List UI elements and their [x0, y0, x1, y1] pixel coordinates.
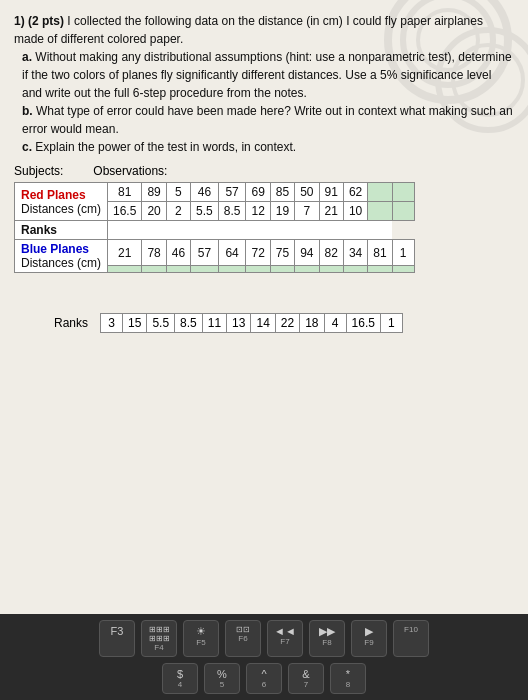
brank-9: 18: [300, 314, 324, 333]
bempty-7: [270, 266, 294, 273]
subjects-label: Subjects:: [14, 164, 63, 178]
bempty-4: [191, 266, 219, 273]
bottom-ranks-label: Ranks: [54, 316, 88, 330]
red-val-3: 5: [166, 183, 190, 202]
bempty-6: [246, 266, 270, 273]
key-caret[interactable]: ^ 6: [246, 663, 282, 694]
red-val-10: 62: [343, 183, 367, 202]
rrank-4: 5.5: [191, 202, 219, 221]
blue-val-10: 34: [343, 240, 367, 266]
blue-val-2: 78: [142, 240, 166, 266]
rrank-5: 8.5: [218, 202, 246, 221]
brank-7: 14: [251, 314, 275, 333]
rrank-7: 19: [270, 202, 294, 221]
rrank-1: 16.5: [108, 202, 142, 221]
bempty-3: [166, 266, 190, 273]
observations-label: Observations:: [93, 164, 167, 178]
blue-val-9: 82: [319, 240, 343, 266]
rrank-empty-2: [392, 202, 414, 221]
rrank-empty-1: [368, 202, 392, 221]
red-val-2: 89: [142, 183, 166, 202]
red-val-7: 85: [270, 183, 294, 202]
question-part-b: b. What type of error could have been ma…: [22, 102, 514, 138]
key-f7[interactable]: ◄◄ F7: [267, 620, 303, 657]
keyboard-row-1: F3 ⊞⊞⊞⊞⊞⊞ F4 ☀ F5 ⊡⊡ F6 ◄◄ F7 ▶▶ F8 ▶ F9…: [10, 620, 518, 657]
blue-planes-row: Blue PlanesDistances (cm) 21 78 46 57 64…: [15, 240, 415, 266]
blue-val-8: 94: [295, 240, 319, 266]
bempty-9: [319, 266, 343, 273]
red-val-1: 81: [108, 183, 142, 202]
brank-11: 16.5: [346, 314, 380, 333]
keyboard-area: F3 ⊞⊞⊞⊞⊞⊞ F4 ☀ F5 ⊡⊡ F6 ◄◄ F7 ▶▶ F8 ▶ F9…: [0, 614, 528, 700]
key-f3[interactable]: F3: [99, 620, 135, 657]
brank-12: 1: [380, 314, 402, 333]
bottom-ranks-row: 3 15 5.5 8.5 11 13 14 22 18 4 16.5 1: [101, 314, 403, 333]
rrank-9: 21: [319, 202, 343, 221]
brank-2: 15: [123, 314, 147, 333]
blue-val-7: 75: [270, 240, 294, 266]
bottom-ranks-wrap: Ranks 3 15 5.5 8.5 11 13 14 22 18: [54, 313, 514, 333]
blue-val-6: 72: [246, 240, 270, 266]
red-empty-2: [392, 183, 414, 202]
keyboard-row-2: $ 4 % 5 ^ 6 & 7 * 8: [10, 663, 518, 694]
red-planes-label: Red PlanesDistances (cm): [15, 183, 108, 221]
rrank-3: 2: [166, 202, 190, 221]
rrank-2: 20: [142, 202, 166, 221]
blue-val-1: 21: [108, 240, 142, 266]
data-table: Red PlanesDistances (cm) 81 89 5 46 57 6…: [14, 182, 415, 273]
blue-val-11: 81: [368, 240, 392, 266]
key-f10[interactable]: F10: [393, 620, 429, 657]
bempty-8: [295, 266, 319, 273]
bempty-2: [142, 266, 166, 273]
red-planes-row: Red PlanesDistances (cm) 81 89 5 46 57 6…: [15, 183, 415, 202]
brank-1: 3: [101, 314, 123, 333]
rrank-8: 7: [295, 202, 319, 221]
key-dollar[interactable]: $ 4: [162, 663, 198, 694]
red-empty-1: [368, 183, 392, 202]
brank-3: 5.5: [147, 314, 175, 333]
key-asterisk[interactable]: * 8: [330, 663, 366, 694]
question-block: 1) (2 pts) I collected the following dat…: [14, 12, 514, 156]
blue-val-4: 57: [191, 240, 219, 266]
blue-val-12: 1: [392, 240, 414, 266]
bottom-ranks-table: 3 15 5.5 8.5 11 13 14 22 18 4 16.5 1: [100, 313, 403, 333]
bempty-12: [392, 266, 414, 273]
key-f5[interactable]: ☀ F5: [183, 620, 219, 657]
bempty-10: [343, 266, 367, 273]
screen: 1) (2 pts) I collected the following dat…: [0, 0, 528, 614]
brank-5: 11: [202, 314, 226, 333]
key-f8[interactable]: ▶▶ F8: [309, 620, 345, 657]
red-val-8: 50: [295, 183, 319, 202]
rrank-10: 10: [343, 202, 367, 221]
key-f9[interactable]: ▶ F9: [351, 620, 387, 657]
blue-val-3: 46: [166, 240, 190, 266]
bempty-11: [368, 266, 392, 273]
ranks-label: Ranks: [15, 221, 108, 240]
red-val-5: 57: [218, 183, 246, 202]
blue-planes-label: Blue PlanesDistances (cm): [15, 240, 108, 273]
ranks-label-row: Ranks: [15, 221, 415, 240]
red-val-6: 69: [246, 183, 270, 202]
bempty-1: [108, 266, 142, 273]
question-part-c: c. Explain the power of the test in word…: [22, 138, 514, 156]
brank-8: 22: [275, 314, 299, 333]
page-content: 1) (2 pts) I collected the following dat…: [0, 0, 528, 345]
brank-6: 13: [227, 314, 251, 333]
rrank-6: 12: [246, 202, 270, 221]
key-ampersand[interactable]: & 7: [288, 663, 324, 694]
bempty-5: [218, 266, 246, 273]
bottom-section: Ranks 3 15 5.5 8.5 11 13 14 22 18: [14, 313, 514, 333]
key-percent[interactable]: % 5: [204, 663, 240, 694]
key-f4[interactable]: ⊞⊞⊞⊞⊞⊞ F4: [141, 620, 177, 657]
subjects-line: Subjects: Observations:: [14, 164, 514, 178]
blue-val-5: 64: [218, 240, 246, 266]
red-val-9: 91: [319, 183, 343, 202]
brank-4: 8.5: [175, 314, 203, 333]
question-part-a: a. Without making any distributional ass…: [22, 48, 514, 102]
question-intro: 1) (2 pts) I collected the following dat…: [14, 14, 483, 46]
key-f6[interactable]: ⊡⊡ F6: [225, 620, 261, 657]
brank-10: 4: [324, 314, 346, 333]
red-val-4: 46: [191, 183, 219, 202]
